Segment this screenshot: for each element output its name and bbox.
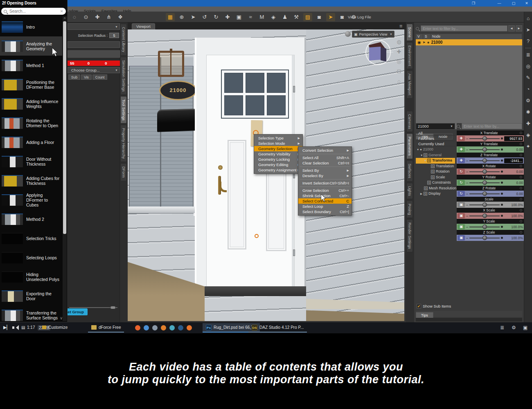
show-sub-items-checkbox[interactable]: ✔ Show Sub Items — [417, 304, 451, 308]
menu-item-convert-selection[interactable]: Convert Selection▶ — [298, 148, 352, 153]
decrement-button[interactable]: – — [466, 181, 468, 185]
right-tab-render-settings[interactable]: Render Settings — [406, 219, 413, 252]
menu-item-deselect-by[interactable]: Deselect By▶ — [298, 173, 352, 178]
slider-handle[interactable] — [482, 202, 487, 207]
parameters-node-selector[interactable]: 21000▼ — [416, 123, 455, 130]
tab-sub[interactable]: Sub — [68, 74, 80, 80]
toc-item[interactable]: Applying DFormer to Cubes — [0, 190, 62, 209]
decrement-button[interactable]: – — [466, 203, 468, 207]
scrollbar-thumb[interactable] — [63, 21, 66, 234]
bone-alt-icon[interactable]: ◈ — [525, 130, 532, 140]
slider-options-icon[interactable] — [520, 198, 522, 200]
app-icon[interactable] — [178, 325, 183, 330]
maximize-icon[interactable]: ▢ — [507, 0, 520, 6]
restore-icon[interactable]: ❐ — [467, 0, 480, 6]
increment-dot[interactable] — [501, 182, 503, 184]
measure-tool-icon[interactable]: M — [257, 13, 266, 21]
right-tab-posing[interactable]: Posing — [406, 200, 413, 218]
lessons-icon[interactable]: ≣ — [525, 50, 532, 60]
dform-tool-icon[interactable]: ≈ — [246, 13, 255, 21]
slider-track[interactable] — [469, 216, 500, 216]
scene-filter-input[interactable] — [421, 25, 507, 31]
slider-track[interactable] — [469, 138, 500, 139]
fullscreen-icon[interactable]: ▣ — [523, 325, 527, 330]
record-icon[interactable]: ◎ — [525, 61, 532, 71]
slider-value[interactable]: 0.00 — [504, 148, 523, 152]
taskbar-button-1[interactable]: dForce Free — [88, 323, 124, 333]
slider-value[interactable]: 100.0% — [504, 225, 523, 229]
choose-group-dropdown[interactable]: Choose Group... — [68, 67, 120, 73]
slider-handle[interactable] — [482, 136, 487, 141]
scene-tree-body[interactable] — [416, 45, 522, 129]
slider-handle[interactable] — [482, 180, 487, 185]
increment-dot[interactable] — [501, 193, 503, 195]
slider-track[interactable] — [469, 182, 500, 183]
tree-item-21000[interactable]: ▼●21000 — [416, 147, 455, 153]
scene-node-row[interactable]: ◉ ➤ ● 21000 — [416, 39, 522, 45]
toc-item[interactable]: Transferring the Surface Settings — [0, 306, 62, 322]
pan-camera-icon[interactable]: ✚ — [394, 47, 404, 56]
universal-tool-icon[interactable]: ⊕ — [177, 13, 186, 21]
view-selector-dropdown[interactable]: ▣ Perspective View ▼ — [352, 31, 394, 38]
figure-tool-icon[interactable]: ♟ — [280, 13, 289, 21]
tree-item-rotation[interactable]: GRotation — [416, 169, 455, 175]
slider-handle[interactable] — [482, 191, 487, 196]
tree-item-translation[interactable]: GTranslation — [416, 164, 455, 169]
increment-dot[interactable] — [501, 171, 503, 173]
toc-item[interactable]: Adding Cubes for Thickness — [0, 171, 62, 190]
toc-item[interactable]: Positioning the DFormer Base — [0, 75, 62, 94]
increment-dot[interactable] — [501, 226, 503, 228]
toc-item[interactable]: Adding a Floor — [0, 133, 62, 152]
lasso-select-icon[interactable]: ◌ — [70, 13, 79, 21]
toc-item[interactable]: Hiding Unselected Polys — [0, 267, 62, 286]
rotate-tool-icon[interactable]: ↺ — [200, 13, 209, 21]
right-tab-aux-viewport[interactable]: Aux Viewport — [406, 70, 413, 99]
slider-track[interactable] — [469, 204, 500, 205]
slider-options-icon[interactable] — [520, 187, 522, 189]
task-settings-icon[interactable]: ⚙ — [512, 325, 516, 330]
left-tab-content-library[interactable]: Content Library — [120, 24, 127, 56]
parameters-filter-input[interactable] — [462, 123, 522, 129]
menu-item-select-loop[interactable]: Select LoopZ — [298, 204, 352, 209]
tab-vis[interactable]: Vis — [81, 74, 92, 80]
toc-search-box[interactable]: ✕ — [1, 8, 66, 15]
app-icon[interactable] — [152, 325, 158, 330]
slider-value[interactable]: 100.0% — [504, 214, 523, 218]
speaker-icon[interactable] — [12, 325, 18, 330]
view-orb-icon[interactable] — [345, 31, 351, 37]
reset-camera-icon[interactable]: ⌂ — [394, 77, 404, 86]
help-icon[interactable]: ? — [525, 36, 532, 46]
tree-item-scale[interactable]: GScale — [416, 175, 455, 180]
tree-item-display[interactable]: ▶GDisplay — [416, 191, 455, 197]
slider-value[interactable]: 0.00 — [504, 181, 523, 185]
slider-options-icon[interactable] — [520, 176, 522, 178]
right-tab-lights[interactable]: Lights — [406, 183, 413, 199]
slider-value[interactable]: 0.00 — [504, 170, 523, 174]
toc-scrollbar[interactable]: ˄ — [63, 16, 67, 321]
slider-value[interactable]: 0.00 — [504, 192, 523, 196]
decrement-button[interactable]: – — [466, 192, 468, 196]
material-ball-icon[interactable]: ✦ — [525, 142, 532, 151]
settings-icon[interactable]: ⚙ — [525, 96, 532, 106]
slider-track[interactable] — [469, 227, 500, 227]
slider-options-icon[interactable] — [520, 165, 522, 167]
menu-item-selection-type[interactable]: Selection Type▶ — [254, 135, 302, 141]
node-edit-icon[interactable]: ◈ — [269, 13, 278, 21]
frame-camera-icon[interactable]: ⊡ — [394, 67, 404, 76]
joint-icon[interactable]: ✱ — [525, 107, 532, 117]
increment-dot[interactable] — [501, 215, 503, 217]
menu-item-grow-selection[interactable]: Grow SelectionCtrl++ — [298, 188, 352, 193]
pane-menu-icon[interactable]: ≣ — [399, 24, 403, 28]
slider-value[interactable]: 100.0% — [504, 236, 523, 240]
view-log-file-button[interactable]: View Log File — [348, 15, 371, 19]
decrement-button[interactable]: – — [466, 170, 468, 174]
left-tab-tool-settings[interactable]: Tool Settings — [120, 96, 127, 124]
right-tab-parameters[interactable]: Parameters — [406, 133, 413, 159]
toc-search-input[interactable] — [9, 9, 59, 14]
spot-render-icon[interactable]: ◙ — [315, 13, 324, 21]
right-tab-surfaces[interactable]: Surfaces — [406, 160, 413, 182]
pointer-help-icon[interactable]: ➤ — [525, 25, 532, 35]
nav-item-all[interactable]: All — [416, 130, 455, 136]
bone-icon[interactable]: ✚ — [525, 119, 532, 128]
slider-track[interactable] — [469, 238, 500, 238]
